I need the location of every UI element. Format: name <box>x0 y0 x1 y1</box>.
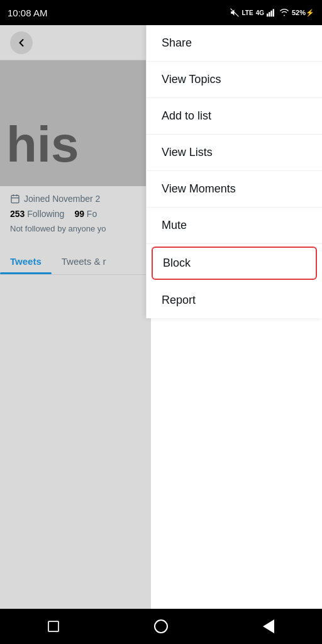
svg-rect-3 <box>270 11 272 17</box>
svg-rect-2 <box>269 12 270 16</box>
battery-icon: 52%⚡ <box>292 9 314 17</box>
svg-rect-4 <box>273 9 274 16</box>
overlay-dim <box>0 25 151 644</box>
signal-icon <box>267 8 277 17</box>
status-icons: LTE 4G 52%⚡ <box>230 8 314 17</box>
menu-item-report[interactable]: Report <box>147 282 322 318</box>
menu-item-view-topics[interactable]: View Topics <box>147 62 322 98</box>
menu-item-view-lists[interactable]: View Lists <box>147 135 322 171</box>
menu-item-block[interactable]: Block <box>152 247 317 280</box>
triangle-icon <box>263 619 274 633</box>
4g-icon: 4G <box>256 9 264 16</box>
menu-item-view-moments[interactable]: View Moments <box>147 171 322 208</box>
menu-item-share[interactable]: Share <box>147 25 322 62</box>
menu-item-mute[interactable]: Mute <box>147 208 322 244</box>
status-time: 10:08 AM <box>8 8 47 18</box>
menu-item-add-to-list[interactable]: Add to list <box>147 98 322 135</box>
nav-back-button[interactable] <box>257 615 280 638</box>
network-icon: LTE <box>242 9 253 16</box>
svg-rect-1 <box>267 14 268 17</box>
wifi-icon <box>279 8 289 17</box>
mute-icon <box>230 8 239 17</box>
circle-icon <box>154 619 168 633</box>
status-bar: 10:08 AM LTE 4G 52%⚡ <box>0 0 322 25</box>
dropdown-menu: Share View Topics Add to list View Lists… <box>146 25 322 318</box>
nav-home-button[interactable] <box>150 615 172 638</box>
